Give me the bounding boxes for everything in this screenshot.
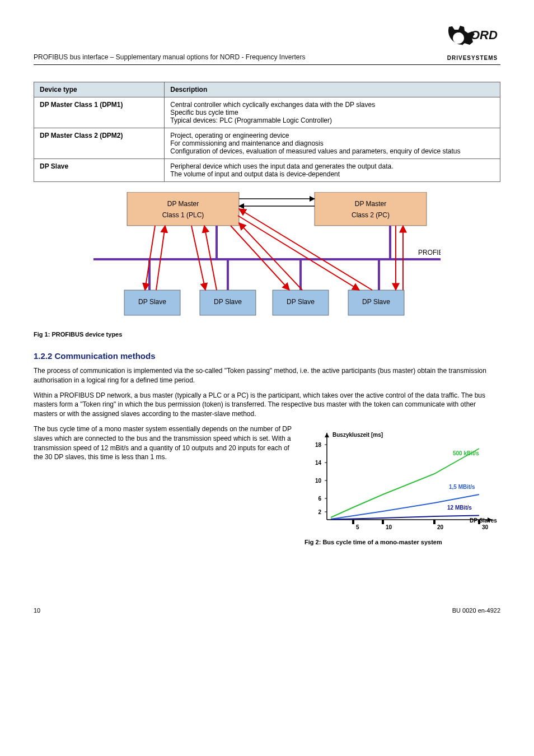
- doc-id: BU 0020 en-4922: [452, 607, 500, 614]
- row-label: DP Master Class 1 (DPM1): [34, 97, 165, 128]
- diagram-slave-label: DP Slave: [287, 298, 315, 306]
- brand-subtitle: DRIVESYSTEMS: [447, 55, 498, 61]
- table-header-row: Device type Description: [34, 82, 500, 97]
- svg-line-18: [156, 226, 165, 290]
- chart-x-title: DP-Slaves: [470, 517, 497, 524]
- row-desc: Project, operating or engineering device…: [165, 128, 500, 159]
- doc-title: PROFIBUS bus interface – Supplementary m…: [34, 53, 306, 61]
- svg-text:500 kBit/s: 500 kBit/s: [453, 450, 479, 456]
- table-row: DP Master Class 1 (DPM1) Central control…: [34, 97, 500, 128]
- brand-block: ORD DRIVESYSTEMS: [444, 22, 500, 61]
- brand-gear-logo-icon: ORD: [444, 22, 500, 54]
- svg-point-0: [456, 32, 462, 38]
- table-row: DP Slave Peripheral device which uses th…: [34, 159, 500, 182]
- svg-text:1,5 MBit/s: 1,5 MBit/s: [449, 484, 475, 490]
- body-paragraph-3: The bus cycle time of a mono master syst…: [34, 424, 294, 462]
- svg-rect-40: [382, 520, 384, 524]
- svg-line-20: [204, 226, 217, 290]
- section-heading: 1.2.2 Communication methods: [34, 351, 500, 361]
- body-paragraph-2: Within a PROFIBUS DP network, a bus mast…: [34, 391, 500, 419]
- svg-text:2: 2: [318, 509, 321, 515]
- svg-line-22: [239, 223, 302, 290]
- figure-2-caption: Fig 2: Bus cycle time of a mono-master s…: [305, 539, 500, 545]
- chart-y-title: Buszykluszeit [ms]: [332, 432, 383, 438]
- page-footer: 10 BU 0020 en-4922: [34, 607, 500, 614]
- profibus-topology-diagram-icon: DP Master Class 1 (PLC) DP Master Class …: [93, 192, 441, 321]
- svg-text:20: 20: [437, 524, 444, 530]
- diagram-master2-top: DP Master: [355, 200, 386, 208]
- diagram-master1-bot: Class 1 (PLC): [162, 211, 204, 219]
- svg-text:10: 10: [315, 478, 322, 484]
- diagram-bus-label: PROFIBUS: [418, 249, 441, 256]
- diagram-master1-top: DP Master: [167, 200, 199, 208]
- svg-text:10: 10: [386, 524, 392, 530]
- bus-cycle-chart-icon: Buszykluszeit [ms] 18 14 10 6 2 5 10 20: [305, 424, 500, 536]
- page-number: 10: [34, 607, 40, 614]
- diagram-master2-bot: Class 2 (PC): [352, 211, 390, 219]
- diagram-slave-label: DP Slave: [214, 298, 242, 306]
- diagram-slave-label: DP Slave: [362, 298, 390, 306]
- svg-text:5: 5: [356, 524, 359, 530]
- svg-text:ORD: ORD: [470, 28, 498, 42]
- row-desc: Central controller which cyclically exch…: [165, 97, 500, 128]
- svg-rect-41: [433, 520, 435, 524]
- svg-text:12 MBit/s: 12 MBit/s: [447, 505, 472, 511]
- page-header: PROFIBUS bus interface – Supplementary m…: [34, 22, 500, 65]
- col-description: Description: [165, 82, 500, 97]
- svg-line-19: [191, 226, 205, 290]
- svg-text:18: 18: [315, 442, 322, 448]
- figure-1-caption: Fig 1: PROFIBUS device types: [34, 331, 500, 338]
- svg-text:14: 14: [315, 460, 322, 466]
- svg-rect-2: [127, 192, 239, 226]
- svg-rect-3: [315, 192, 427, 226]
- svg-rect-39: [352, 520, 354, 524]
- col-device-type: Device type: [34, 82, 165, 97]
- row-label: DP Master Class 2 (DPM2): [34, 128, 165, 159]
- svg-text:6: 6: [318, 496, 321, 502]
- svg-line-21: [231, 226, 289, 290]
- device-types-table: Device type Description DP Master Class …: [34, 82, 500, 182]
- row-desc: Peripheral device which uses the input d…: [165, 159, 500, 182]
- diagram-slave-label: DP Slave: [138, 298, 166, 306]
- body-paragraph-1: The process of communication is implemen…: [34, 366, 500, 385]
- row-label: DP Slave: [34, 159, 165, 182]
- table-row: DP Master Class 2 (DPM2) Project, operat…: [34, 128, 500, 159]
- svg-text:30: 30: [482, 524, 489, 530]
